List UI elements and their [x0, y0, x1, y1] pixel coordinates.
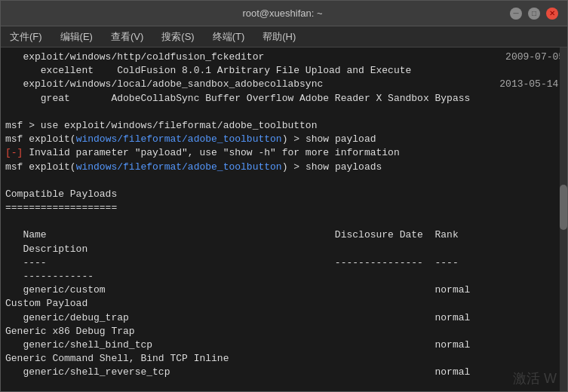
menu-file[interactable]: 文件(F) [7, 29, 45, 45]
terminal-output: exploit/windows/http/coldfusion_fckedito… [5, 51, 563, 380]
menu-search[interactable]: 搜索(S) [158, 29, 197, 45]
menu-help[interactable]: 帮助(H) [259, 29, 299, 45]
scrollbar[interactable] [560, 47, 567, 391]
scrollbar-thumb[interactable] [560, 185, 567, 230]
titlebar: root@xueshifan: ~ ─ □ ✕ [1, 1, 567, 26]
menu-terminal[interactable]: 终端(T) [210, 29, 248, 45]
menu-edit[interactable]: 编辑(E) [57, 29, 96, 45]
maximize-button[interactable]: □ [528, 8, 540, 20]
close-button[interactable]: ✕ [546, 8, 558, 20]
terminal-window: root@xueshifan: ~ ─ □ ✕ 文件(F) 编辑(E) 查看(V… [0, 0, 568, 392]
minimize-button[interactable]: ─ [510, 8, 522, 20]
menubar: 文件(F) 编辑(E) 查看(V) 搜索(S) 终端(T) 帮助(H) [1, 26, 567, 47]
window-controls: ─ □ ✕ [510, 8, 558, 20]
menu-view[interactable]: 查看(V) [108, 29, 146, 45]
window-title: root@xueshifan: ~ [55, 8, 510, 19]
terminal-content[interactable]: exploit/windows/http/coldfusion_fckedito… [1, 47, 567, 391]
